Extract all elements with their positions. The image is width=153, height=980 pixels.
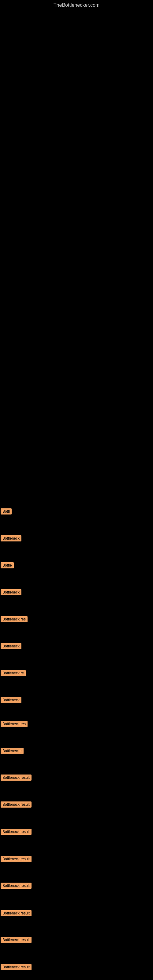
bottleneck-badge-container: Bottleneck re [1, 670, 26, 678]
bottleneck-result-badge[interactable]: Bottleneck [1, 589, 21, 595]
bottleneck-result-badge[interactable]: Bottleneck result [1, 856, 32, 862]
site-title: TheBottlenecker.com [0, 0, 153, 9]
bottleneck-badge-container: Bottleneck [1, 589, 21, 597]
bottleneck-badge-container: Bottleneck [1, 697, 21, 705]
bottleneck-badge-container: Bottleneck res [1, 616, 27, 624]
bottleneck-badge-container: Bottleneck res [1, 721, 27, 728]
bottleneck-badge-container: Bottleneck result [1, 829, 32, 836]
bottleneck-result-badge[interactable]: Bottleneck res [1, 721, 27, 727]
bottleneck-result-badge[interactable]: Bottleneck [1, 697, 21, 703]
bottleneck-result-badge[interactable]: Bottleneck result [1, 937, 32, 943]
bottleneck-result-badge[interactable]: Bottleneck result [1, 883, 32, 889]
bottleneck-result-badge[interactable]: Bottl [1, 508, 12, 514]
bottleneck-badge-container: Bottl [1, 508, 12, 516]
bottleneck-result-badge[interactable]: Bottleneck [1, 535, 21, 541]
bottleneck-result-badge[interactable]: Bottleneck result [1, 964, 32, 970]
bottleneck-result-badge[interactable]: Bottleneck [1, 643, 21, 649]
bottleneck-badge-container: Bottleneck result [1, 775, 32, 782]
bottleneck-badge-container: Bottleneck result [1, 937, 32, 944]
bottleneck-badge-container: Bottleneck [1, 535, 21, 542]
bottleneck-result-badge[interactable]: Bottle [1, 562, 14, 568]
bottleneck-badge-container: Bottleneck result [1, 883, 32, 890]
bottleneck-badge-container: Bottle [1, 562, 14, 570]
bottleneck-result-badge[interactable]: Bottleneck result [1, 910, 32, 916]
bottleneck-badge-container: Bottleneck result [1, 856, 32, 863]
bottleneck-result-badge[interactable]: Bottleneck result [1, 829, 32, 835]
bottleneck-result-badge[interactable]: Bottleneck result [1, 775, 32, 781]
bottleneck-badge-container: Bottleneck r [1, 748, 24, 755]
bottleneck-result-badge[interactable]: Bottleneck r [1, 748, 24, 754]
bottleneck-badge-container: Bottleneck result [1, 802, 32, 809]
bottleneck-badge-container: Bottleneck [1, 643, 21, 651]
bottleneck-badge-container: Bottleneck result [1, 910, 32, 918]
bottleneck-result-badge[interactable]: Bottleneck res [1, 616, 27, 622]
bottleneck-result-badge[interactable]: Bottleneck result [1, 802, 32, 808]
bottleneck-badge-container: Bottleneck result [1, 964, 32, 971]
bottleneck-result-badge[interactable]: Bottleneck re [1, 670, 26, 676]
